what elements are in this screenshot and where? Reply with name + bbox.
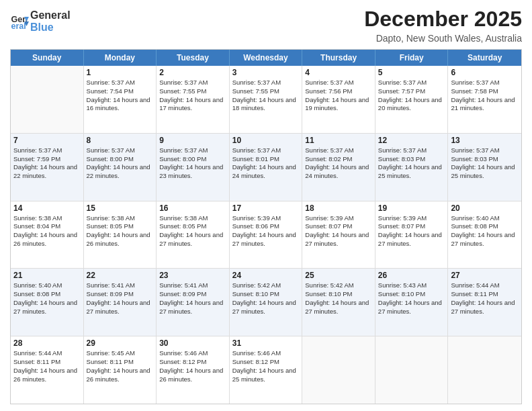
day-info: Sunrise: 5:37 AM Sunset: 8:00 PM Dayligh…: [159, 146, 226, 181]
day-number: 21: [13, 271, 81, 280]
cal-cell: 26Sunrise: 5:43 AM Sunset: 8:10 PM Dayli…: [375, 269, 449, 336]
cal-week-3: 14Sunrise: 5:38 AM Sunset: 8:04 PM Dayli…: [11, 201, 521, 269]
cal-cell: 11Sunrise: 5:37 AM Sunset: 8:02 PM Dayli…: [302, 134, 375, 201]
cal-cell: 22Sunrise: 5:41 AM Sunset: 8:09 PM Dayli…: [84, 269, 157, 336]
day-info: Sunrise: 5:41 AM Sunset: 8:09 PM Dayligh…: [159, 281, 226, 316]
cal-header-cell-thursday: Thursday: [302, 50, 375, 66]
cal-header-cell-tuesday: Tuesday: [157, 50, 230, 66]
cal-cell: 17Sunrise: 5:39 AM Sunset: 8:06 PM Dayli…: [230, 201, 303, 269]
day-number: 17: [232, 203, 300, 213]
cal-cell: 3Sunrise: 5:37 AM Sunset: 7:55 PM Daylig…: [230, 66, 303, 133]
cal-cell: 31Sunrise: 5:46 AM Sunset: 8:12 PM Dayli…: [230, 336, 303, 404]
day-info: Sunrise: 5:44 AM Sunset: 8:11 PM Dayligh…: [451, 281, 519, 316]
day-number: 1: [87, 68, 154, 77]
cal-cell: 6Sunrise: 5:37 AM Sunset: 7:58 PM Daylig…: [448, 66, 521, 133]
day-number: 29: [87, 338, 154, 348]
cal-cell: 28Sunrise: 5:44 AM Sunset: 8:11 PM Dayli…: [11, 336, 84, 404]
cal-header-cell-saturday: Saturday: [448, 50, 521, 66]
subtitle: Dapto, New South Wales, Australia: [364, 33, 522, 44]
logo-icon: Gen eral: [10, 12, 29, 31]
cal-cell: 20Sunrise: 5:40 AM Sunset: 8:08 PM Dayli…: [448, 201, 521, 269]
day-info: Sunrise: 5:37 AM Sunset: 7:54 PM Dayligh…: [87, 79, 154, 113]
cal-cell: 12Sunrise: 5:37 AM Sunset: 8:03 PM Dayli…: [375, 134, 449, 201]
day-number: 30: [159, 338, 226, 348]
cal-cell: 29Sunrise: 5:45 AM Sunset: 8:11 PM Dayli…: [84, 336, 157, 404]
cal-header-cell-wednesday: Wednesday: [230, 50, 303, 66]
day-info: Sunrise: 5:37 AM Sunset: 7:55 PM Dayligh…: [159, 79, 226, 113]
day-info: Sunrise: 5:37 AM Sunset: 7:55 PM Dayligh…: [232, 79, 300, 113]
cal-cell: 23Sunrise: 5:41 AM Sunset: 8:09 PM Dayli…: [157, 269, 230, 336]
day-info: Sunrise: 5:44 AM Sunset: 8:11 PM Dayligh…: [13, 349, 81, 383]
cal-cell: 8Sunrise: 5:37 AM Sunset: 8:00 PM Daylig…: [84, 134, 157, 201]
day-number: 24: [232, 271, 300, 280]
day-info: Sunrise: 5:38 AM Sunset: 8:05 PM Dayligh…: [87, 214, 154, 248]
day-info: Sunrise: 5:46 AM Sunset: 8:12 PM Dayligh…: [232, 349, 300, 383]
day-number: 10: [232, 136, 300, 145]
logo-text-line2: Blue: [30, 21, 71, 34]
day-info: Sunrise: 5:39 AM Sunset: 8:07 PM Dayligh…: [305, 214, 372, 248]
day-info: Sunrise: 5:38 AM Sunset: 8:04 PM Dayligh…: [13, 214, 81, 248]
cal-cell: 10Sunrise: 5:37 AM Sunset: 8:01 PM Dayli…: [230, 134, 303, 201]
day-number: 16: [159, 203, 226, 213]
day-info: Sunrise: 5:37 AM Sunset: 7:59 PM Dayligh…: [13, 146, 81, 181]
calendar: SundayMondayTuesdayWednesdayThursdayFrid…: [10, 49, 522, 404]
cal-cell: 7Sunrise: 5:37 AM Sunset: 7:59 PM Daylig…: [11, 134, 84, 201]
cal-cell: 27Sunrise: 5:44 AM Sunset: 8:11 PM Dayli…: [448, 269, 521, 336]
day-number: 14: [13, 203, 81, 213]
day-number: 12: [378, 136, 445, 145]
cal-cell: 4Sunrise: 5:37 AM Sunset: 7:56 PM Daylig…: [302, 66, 375, 133]
cal-cell: 9Sunrise: 5:37 AM Sunset: 8:00 PM Daylig…: [157, 134, 230, 201]
day-number: 7: [13, 136, 81, 145]
day-number: 19: [378, 203, 445, 213]
day-info: Sunrise: 5:37 AM Sunset: 8:02 PM Dayligh…: [305, 146, 372, 181]
cal-week-2: 7Sunrise: 5:37 AM Sunset: 7:59 PM Daylig…: [11, 134, 521, 201]
day-info: Sunrise: 5:37 AM Sunset: 8:01 PM Dayligh…: [232, 146, 300, 181]
cal-cell: 1Sunrise: 5:37 AM Sunset: 7:54 PM Daylig…: [84, 66, 157, 133]
day-info: Sunrise: 5:37 AM Sunset: 8:03 PM Dayligh…: [378, 146, 445, 181]
cal-cell: [11, 66, 84, 133]
day-number: 22: [87, 271, 154, 280]
cal-cell: 13Sunrise: 5:37 AM Sunset: 8:03 PM Dayli…: [448, 134, 521, 201]
day-info: Sunrise: 5:42 AM Sunset: 8:10 PM Dayligh…: [232, 281, 300, 316]
calendar-body: 1Sunrise: 5:37 AM Sunset: 7:54 PM Daylig…: [11, 66, 521, 404]
cal-cell: 25Sunrise: 5:42 AM Sunset: 8:10 PM Dayli…: [302, 269, 375, 336]
cal-cell: 24Sunrise: 5:42 AM Sunset: 8:10 PM Dayli…: [230, 269, 303, 336]
day-number: 25: [305, 271, 372, 280]
day-info: Sunrise: 5:39 AM Sunset: 8:07 PM Dayligh…: [378, 214, 445, 248]
day-number: 8: [87, 136, 154, 145]
cal-cell: 5Sunrise: 5:37 AM Sunset: 7:57 PM Daylig…: [375, 66, 449, 133]
day-info: Sunrise: 5:43 AM Sunset: 8:10 PM Dayligh…: [378, 281, 445, 316]
day-info: Sunrise: 5:41 AM Sunset: 8:09 PM Dayligh…: [87, 281, 154, 316]
cal-header-cell-monday: Monday: [84, 50, 157, 66]
day-info: Sunrise: 5:37 AM Sunset: 7:56 PM Dayligh…: [305, 79, 372, 113]
cal-cell: 18Sunrise: 5:39 AM Sunset: 8:07 PM Dayli…: [302, 201, 375, 269]
cal-cell: 21Sunrise: 5:40 AM Sunset: 8:08 PM Dayli…: [11, 269, 84, 336]
cal-cell: [448, 336, 521, 404]
cal-cell: 14Sunrise: 5:38 AM Sunset: 8:04 PM Dayli…: [11, 201, 84, 269]
day-number: 27: [451, 271, 519, 280]
day-info: Sunrise: 5:37 AM Sunset: 8:00 PM Dayligh…: [87, 146, 154, 181]
day-info: Sunrise: 5:40 AM Sunset: 8:08 PM Dayligh…: [451, 214, 519, 248]
day-number: 3: [232, 68, 300, 77]
day-number: 31: [232, 338, 300, 348]
logo: Gen eral General Blue: [10, 9, 71, 33]
cal-cell: 15Sunrise: 5:38 AM Sunset: 8:05 PM Dayli…: [84, 201, 157, 269]
main-title: December 2025: [364, 7, 522, 32]
day-info: Sunrise: 5:42 AM Sunset: 8:10 PM Dayligh…: [305, 281, 372, 316]
day-info: Sunrise: 5:38 AM Sunset: 8:05 PM Dayligh…: [159, 214, 226, 248]
day-info: Sunrise: 5:40 AM Sunset: 8:08 PM Dayligh…: [13, 281, 81, 316]
cal-week-4: 21Sunrise: 5:40 AM Sunset: 8:08 PM Dayli…: [11, 269, 521, 336]
day-number: 28: [13, 338, 81, 348]
day-number: 4: [305, 68, 372, 77]
cal-header-cell-sunday: Sunday: [11, 50, 84, 66]
cal-cell: 2Sunrise: 5:37 AM Sunset: 7:55 PM Daylig…: [157, 66, 230, 133]
page: Gen eral General Blue December 2025 Dapt…: [0, 0, 532, 411]
day-info: Sunrise: 5:37 AM Sunset: 8:03 PM Dayligh…: [451, 146, 519, 181]
cal-week-5: 28Sunrise: 5:44 AM Sunset: 8:11 PM Dayli…: [11, 336, 521, 404]
day-number: 23: [159, 271, 226, 280]
day-info: Sunrise: 5:37 AM Sunset: 7:58 PM Dayligh…: [451, 79, 519, 113]
day-info: Sunrise: 5:37 AM Sunset: 7:57 PM Dayligh…: [378, 79, 445, 113]
cal-cell: 30Sunrise: 5:46 AM Sunset: 8:12 PM Dayli…: [157, 336, 230, 404]
day-number: 18: [305, 203, 372, 213]
cal-cell: 19Sunrise: 5:39 AM Sunset: 8:07 PM Dayli…: [375, 201, 449, 269]
